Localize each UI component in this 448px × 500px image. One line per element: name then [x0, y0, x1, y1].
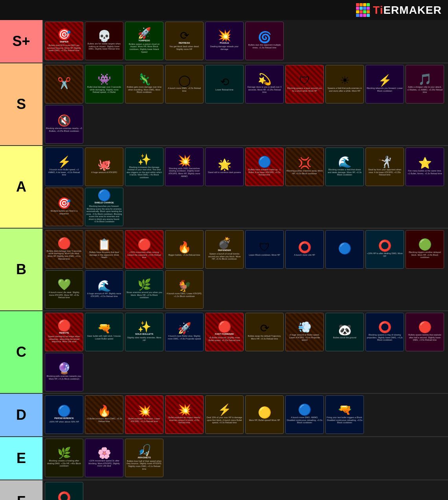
- card-desc: Multiple bullets are fired in a sequence: [45, 209, 83, 216]
- card[interactable]: 🌊 Blocking creates a field that slows an…: [325, 148, 364, 186]
- card[interactable]: 💥 Bullet explodes on impact nearby enemi…: [165, 395, 204, 434]
- card-desc: More HP, Bullet speed! More HP: [248, 418, 281, 423]
- tier-cards-s: ✂️ 👾 Bullet deal damage over 3 seconds w…: [43, 63, 448, 145]
- card[interactable]: 👾 Bullet deal damage over 3 seconds whil…: [85, 65, 123, 103]
- card[interactable]: ⟳ Bullets swap the default Trajectory. M…: [245, 313, 284, 351]
- card-desc: Steal hp from your opponent when near. A…: [366, 168, 404, 177]
- card[interactable]: 🟢 Blocking triggers another delayed bloc…: [406, 230, 444, 269]
- card[interactable]: 🛡 Lower Block cooldown. More HP: [245, 230, 284, 269]
- card-icon-0: 🌿: [57, 448, 71, 459]
- card[interactable]: 💥 PUZZLE Dealing damage reloads your dam…: [205, 22, 244, 60]
- card[interactable]: 🌀 Bullets stun the opponent multiple tim…: [245, 22, 284, 60]
- card[interactable]: ⭕ Blocking spawns a ring of slowing proj…: [365, 313, 404, 351]
- card[interactable]: 🎣 ARAGNETS Bullets lose half of their sp…: [125, 439, 163, 477]
- card[interactable]: 🔴 Bullets spawn bombs that explode after…: [406, 313, 444, 351]
- card-desc: Bullets swap the default Trajectory. Mor…: [246, 334, 283, 341]
- card[interactable]: 💫 Damage done to you is dealt over 4 sec…: [245, 65, 284, 103]
- card[interactable]: ⚡ Deal 15% of your max HP in damage upon…: [205, 395, 244, 434]
- card[interactable]: ☀ Spawns a field that pulls enemies in a…: [325, 65, 364, 103]
- card-desc: Steer bullet with right stick / mouse. L…: [85, 334, 123, 341]
- card-icon-5: 💫: [258, 74, 272, 85]
- card[interactable]: 🔵 SHIELD CHARGE Blocking launches you fo…: [85, 188, 123, 226]
- card[interactable]: 🎯 SNIPER Bullets deal 90% more DMG per b…: [45, 22, 83, 60]
- card[interactable]: ⭕ A bunch more Life HP: [285, 230, 324, 269]
- card[interactable]: ⚡ A bunch more Bullet speed. +2 AMMO, A …: [45, 148, 83, 186]
- card-icon-9: 🎵: [418, 74, 432, 85]
- card[interactable]: ✨ SOLD BULLETS Slightly slow nearby enem…: [125, 313, 163, 351]
- card-desc: Slightly slow nearby enemies. More HP: [125, 336, 163, 342]
- card[interactable]: 🔴 +52% movement when moving toward the o…: [125, 230, 163, 269]
- card[interactable]: 🌿 Slows enemies around you when you bloc…: [125, 270, 163, 309]
- card[interactable]: 🎵 Adds a shotgun vibe to your attack. +3…: [406, 65, 444, 103]
- card[interactable]: ⭕ Blocking reloads your weapon. +4.5s Bl…: [45, 482, 83, 500]
- card[interactable]: 💥 Bullet explodes on impact. Lower ATKSP…: [125, 395, 163, 434]
- card[interactable]: 🔴 REMOTE Spawn damaging red wisps when r…: [45, 313, 83, 351]
- tier-row-a: A ⚡ A bunch more Bullet speed. +2 AMMO, …: [0, 146, 448, 229]
- card-icon-11: 🌊: [97, 280, 111, 292]
- card[interactable]: 🔴 FAST FORWARD +5 Bullet bounces. Slight…: [205, 313, 244, 351]
- card[interactable]: 💣 DEFENDER Spawn a bunch of small bombs …: [205, 230, 244, 269]
- card-icon-2: 💥: [138, 406, 151, 417]
- card[interactable]: 🌿 Blocking creates a healing after deali…: [45, 439, 83, 477]
- card[interactable]: ⭕ +10% HP to after dealing DMG. More HP: [365, 230, 404, 269]
- card[interactable]: 💢 Blocking pushes enemies away. More HP,…: [285, 148, 324, 186]
- card[interactable]: ◯ A bunch more DMG. +0.5s Reload time: [165, 65, 204, 103]
- card[interactable]: 🐼 Bullets avoid the ground: [325, 313, 364, 351]
- card[interactable]: ⟳ REFRESH You get block back when dead. …: [165, 22, 204, 60]
- tier-list: TiERMAKER S+ 🎯 SNIPER Bullets deal 90% m…: [0, 0, 448, 500]
- tier-cards-c: 🔴 REMOTE Spawn damaging red wisps when r…: [43, 311, 448, 393]
- card-icon-4: 💣: [218, 238, 231, 249]
- card-icon-7: 🌊: [338, 157, 352, 168]
- tier-label-b: B: [0, 229, 43, 310]
- card[interactable]: 🤺 Steal hp from your opponent when near.…: [365, 148, 404, 186]
- card[interactable]: 🌟 Stand still to summon dark powers: [205, 148, 244, 186]
- card[interactable]: 🔥 Bigger bullets. +4.2s Reload time: [165, 230, 204, 269]
- card[interactable]: 🔵 PERSEVERENCE +60% HP when above 50% HP: [45, 395, 83, 434]
- card[interactable]: ✂️: [45, 65, 83, 103]
- card[interactable]: 💥 Shooting adds DMG themselves slowing c…: [165, 148, 204, 186]
- card-desc: +10% HP to after dealing DMG. More HP: [366, 251, 404, 258]
- card[interactable]: 🐓 A bunch more DMG. Lower ATKSPD, +1.2s …: [165, 270, 204, 309]
- card[interactable]: ✨ Blocking increases the damage instead …: [125, 148, 163, 186]
- card[interactable]: 🚀 TORPEDO Bullets spawn a poison cloud o…: [125, 22, 163, 60]
- card[interactable]: 🦎 Bullets gets more damage over time whe…: [125, 65, 163, 103]
- card[interactable]: 🟡 More HP, Bullet speed! More HP: [245, 395, 284, 434]
- card[interactable]: ⚡ Blocking teleports you forward. Lower …: [365, 65, 404, 103]
- card[interactable]: 💨 A huge amount of Bullet speed. Lower A…: [285, 313, 324, 351]
- card[interactable]: 💀 Bullets are for visible targets when m…: [85, 22, 123, 60]
- card-desc: Lower Block cooldown. More HP: [248, 253, 281, 257]
- card[interactable]: 🔵 Bullets have sizeable make-up. -1 Bull…: [245, 148, 284, 186]
- card[interactable]: 🎯 Multiple bullets are fired in a sequen…: [45, 188, 83, 226]
- card[interactable]: 🔫 Steer bullet with right stick / mouse.…: [85, 313, 123, 351]
- card[interactable]: 🚀 A bunch more Bullet slow. Slightly mor…: [165, 313, 204, 351]
- card[interactable]: 🔫 Firing your last bullet triggers a Blo…: [325, 395, 364, 434]
- card-icon-6: 💨: [298, 322, 312, 333]
- card-icon-2: ✨: [138, 154, 151, 165]
- card[interactable]: 🐙 A huge amount of ATKSPD: [85, 148, 123, 186]
- card[interactable]: 🔇 Blocking silences enemies nearby. +3 B…: [45, 105, 83, 144]
- card[interactable]: 🔥 +2 Bullet bounces. More DMG, +0.2s Rel…: [85, 395, 123, 434]
- card[interactable]: 🔵 A bunch more DMG. AMMO, Disabled conti…: [285, 395, 324, 434]
- card-icon-7: 🔵: [338, 243, 352, 254]
- card[interactable]: 📋 Bullets have thrusters that deal damag…: [85, 230, 123, 269]
- tier-label-e: E: [0, 437, 43, 480]
- card-desc: Bullets stun the opponent multiple times…: [246, 43, 283, 50]
- card[interactable]: 🛡 Blocking spawns a laser around you for…: [285, 65, 324, 103]
- card[interactable]: 🌊 A huge amount of HP. Slightly more ATK…: [85, 270, 123, 309]
- card[interactable]: 🔴 Bullets deal damage over 5 seconds whi…: [45, 230, 83, 269]
- card-icon-12: 🌿: [138, 279, 151, 290]
- card-icon-5: ⟳: [260, 323, 269, 334]
- card[interactable]: 🔮 Blocking pulls enemies towards you. Mo…: [45, 353, 83, 391]
- card-icon-6: 🛡: [299, 75, 310, 86]
- card-desc: Bullets spawn bombs that explode after h…: [406, 333, 444, 342]
- card[interactable]: ⭐ Fire many bullets at the same time. +1…: [406, 148, 444, 186]
- card[interactable]: 🔵: [325, 230, 364, 269]
- card-icon-5: 🔵: [258, 157, 272, 168]
- card-icon-0: 🔴: [57, 320, 71, 331]
- card-icon-1: 📋: [97, 239, 111, 250]
- card[interactable]: 🌸 +10% movement speed 3s after blocking.…: [85, 439, 123, 477]
- card[interactable]: ⟲ Lower Reload time: [205, 65, 244, 103]
- card[interactable]: 💚 A bunch more Life steal. Slightly more…: [45, 270, 83, 309]
- card-desc: Bigger bullets. +4.2s Reload time: [168, 253, 201, 257]
- card-desc: Bullets have thrusters that deal damage …: [85, 250, 123, 260]
